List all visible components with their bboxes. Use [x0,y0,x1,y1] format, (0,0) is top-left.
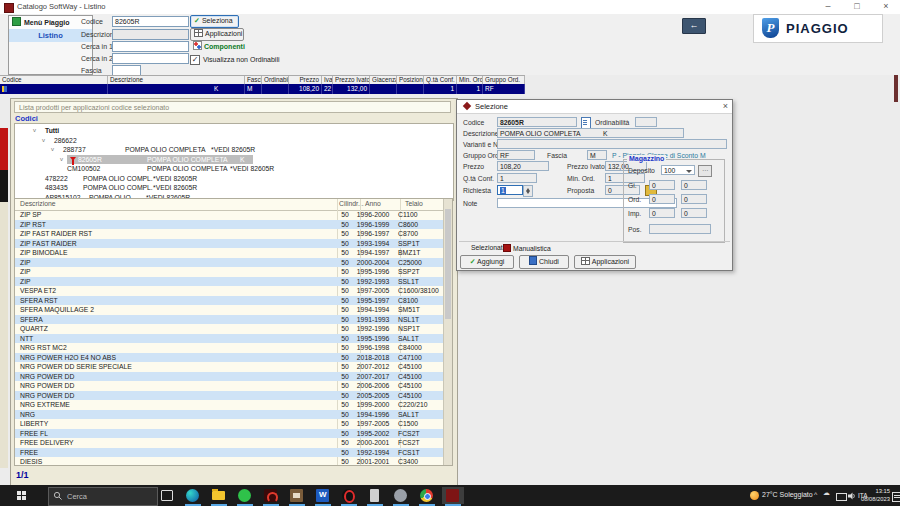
product-row[interactable]: DIESIS502001-2001C3400 [15,457,446,467]
product-row[interactable]: NRG POWER DD502006-2006C45100 [15,381,446,391]
product-row[interactable]: LIBERTY501997-2005C1500 [15,419,446,429]
paint-taskbar-icon[interactable] [390,487,412,504]
componenti-button[interactable]: Componenti [190,41,245,52]
product-row[interactable]: SFERA501991-1993NSL1T [15,315,446,325]
softway-taskbar-icon[interactable] [442,487,464,504]
descrizione-input[interactable] [112,29,189,40]
product-row[interactable]: ZIP RST501996-1999C8600 [15,220,446,230]
product-row[interactable]: SFERA RST501995-1997C8100 [15,296,446,306]
d-descrizione-field[interactable]: POMPA OLIO COMPLETAK [497,128,684,138]
product-row[interactable]: ZIP SP501996-2000C1100 [15,210,446,220]
chiudi-button[interactable]: Chiudi [519,255,569,269]
acrobat-taskbar-icon[interactable] [260,487,282,504]
d-ordinabilita-field[interactable] [635,117,657,127]
col-descrizione[interactable]: Descrizione [20,200,56,207]
product-row[interactable]: ZIP BIMODALE501994-1997BMZ1T [15,248,446,258]
store-taskbar-icon[interactable] [286,487,308,504]
tree-expander-icon[interactable]: v [33,126,36,136]
pos-field[interactable] [649,224,711,234]
d-varianti-field[interactable] [497,139,727,149]
product-row[interactable]: ZIP502000-2004C25000 [15,258,446,268]
results-selected-row[interactable]: KM108,2022132,0011RF [0,84,525,94]
d-codice-field[interactable]: 82605R [497,117,577,127]
deposito-browse-button[interactable]: ⋯ [698,165,712,177]
tree-item-Tutti[interactable]: vTutti [15,126,453,136]
deposito-dropdown[interactable]: 100 [661,165,695,175]
tree-expander-icon[interactable]: v [42,136,45,146]
cerca1-input[interactable] [112,41,189,52]
d-prezzo-field[interactable]: 108,20 [497,161,549,171]
product-row[interactable]: NRG RST MC2501996-1998C84000 [15,343,446,353]
sidebar-item-listino[interactable]: Listino [9,29,92,42]
visualizza-checkbox[interactable]: ✓ [190,55,200,65]
product-row[interactable]: QUARTZ501992-1996NSP1T [15,324,446,334]
product-row[interactable]: NRG POWER H2O E4 NO ABS502018-2018C47100 [15,353,446,363]
action-center-icon[interactable] [892,492,900,502]
codice-input[interactable]: 82605R [112,16,189,27]
tree-item-286622[interactable]: v286622 [15,136,453,146]
product-row[interactable]: NRG POWER DD SERIE SPECIALE502007-2012C4… [15,362,446,372]
start-button[interactable] [0,485,46,506]
word-taskbar-icon[interactable] [312,487,334,504]
scrollbar-thumb[interactable] [445,209,451,319]
task-view-taskbar-icon[interactable] [156,487,178,504]
weather-text[interactable]: 27°C Soleggiato [762,491,813,498]
product-row[interactable]: ZIP FAST RAIDER RST501996-1997C8700 [15,229,446,239]
display-icon[interactable] [836,493,847,501]
col-anno[interactable]: Anno [365,200,381,207]
product-row[interactable]: NRG POWER DD502005-2005C45100 [15,391,446,401]
product-row[interactable]: ZIP FAST RAIDER501993-1994SSP1T [15,239,446,249]
product-row[interactable]: FREE501992-1994FCS1T [15,448,446,458]
d-gruppo-field[interactable]: RF [497,150,535,160]
tree-expander-icon[interactable]: v [60,155,63,165]
product-row[interactable]: NRG POWER DD502007-2017C45100 [15,372,446,382]
tray-chevron-icon[interactable]: ^ [814,491,817,498]
tree-item-478222[interactable]: 478222POMPA OLIO COMPL.*VEDI 82605R [15,174,453,184]
taskbar-search[interactable]: Cerca [48,487,158,506]
tree-item-82605R[interactable]: v82605RPOMPA OLIO COMPLETAK [15,155,453,165]
tree-item-288737[interactable]: v288737POMPA OLIO COMPLETA*VEDI 82605R [15,145,453,155]
opera-taskbar-icon[interactable] [338,487,360,504]
applicazioni-button[interactable]: Applicazioni [190,28,244,41]
dialog-close-icon[interactable]: × [723,101,728,111]
product-row[interactable]: NRG EXTREME501999-2000C220/210 [15,400,446,410]
menu-header[interactable]: Menù Piaggio [9,16,92,30]
tab-manualistica[interactable]: Manualistica [503,244,551,252]
product-row[interactable]: SFERA MAQUILLAGE 2501994-1994SM51T [15,305,446,315]
col-telaio[interactable]: Telaio [405,200,423,207]
d-qta-field[interactable]: 1 [497,173,537,183]
speaker-icon[interactable] [848,492,856,500]
applicazioni-dialog-button[interactable]: Applicazioni [574,255,636,269]
product-row[interactable]: NRG501994-1996SAL1T [15,410,446,420]
tree-item-CM100502[interactable]: CM100502POMPA OLIO COMPLETA*VEDI 82605R [15,164,453,174]
tab-selezionato[interactable]: Selezionato [471,244,507,251]
product-row[interactable]: ZIP501992-1993SSL1T [15,277,446,287]
tree-expander-icon[interactable]: v [51,145,54,155]
spinner-arrows-icon[interactable] [523,185,533,197]
tree-item-483435[interactable]: 483435POMPA OLIO COMPL.*VEDI 82605R [15,183,453,193]
product-row[interactable]: FREE DELIVERY502000-2001FCS2T [15,438,446,448]
d-richiesta-spinbox[interactable]: 1 [497,185,523,195]
product-row[interactable]: ZIP501995-1996SSP2T [15,267,446,277]
app-window-taskbar-icon[interactable] [364,487,386,504]
product-row[interactable]: VESPA ET2501997-2005C1600/38100 [15,286,446,296]
maximize-button[interactable]: □ [843,0,871,13]
dialog-title-bar[interactable]: Selezione × [457,100,732,114]
aggiungi-button[interactable]: ✓ Aggiungi [460,255,514,269]
chrome-taskbar-icon[interactable] [416,487,438,504]
products-scrollbar[interactable] [443,199,452,465]
seleziona-button[interactable]: ✓Seleziona [190,15,239,28]
whatsapp-taskbar-icon[interactable] [234,487,256,504]
back-button[interactable]: ← [682,18,706,34]
close-button[interactable]: × [872,0,900,13]
weather-icon[interactable] [750,491,759,500]
cerca2-input[interactable] [112,53,189,64]
product-row[interactable]: NTT501995-1996SAL1T [15,334,446,344]
minimize-button[interactable]: – [814,0,842,13]
edge-taskbar-icon[interactable] [182,487,204,504]
clock[interactable]: 13:15 08/08/2023 [858,488,890,503]
product-row[interactable]: FREE FL501995-2002FCS2T [15,429,446,439]
onedrive-cloud-icon[interactable]: ☁ [823,489,830,497]
file-explorer-taskbar-icon[interactable] [208,487,230,504]
d-fascia-field[interactable]: M [587,150,607,160]
